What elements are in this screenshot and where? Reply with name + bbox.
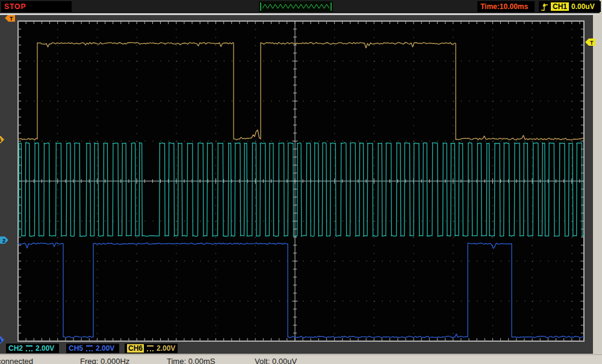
channel-ch5-button[interactable]: CH5 2.00V xyxy=(66,344,119,353)
trigger-level-marker[interactable]: T xyxy=(585,39,595,46)
ch6-selected-badge: CH6 xyxy=(127,344,144,353)
connection-status: connected xyxy=(0,357,33,364)
top-toolbar: STOP Time:10.00ms CH1 0.00uV xyxy=(0,0,600,13)
trigger-display[interactable]: CH1 0.00uV xyxy=(539,1,601,12)
dc-coupling-icon xyxy=(147,345,154,351)
freq-readout: Freq: 0.000Hz xyxy=(80,357,129,364)
status-bar: connected Freq: 0.000Hz Time: 0.00mS Vol… xyxy=(0,354,602,364)
svg-text:T: T xyxy=(10,16,13,22)
timebase-display[interactable]: Time:10.00ms xyxy=(477,1,535,12)
trigger-position-marker[interactable]: T xyxy=(5,15,15,22)
time-readout: Time: 0.00mS xyxy=(167,357,215,364)
channel-status-bar: CH2 2.00V CH5 2.00V CH6 2.00V xyxy=(0,344,593,354)
scope-display-area: TT625 xyxy=(0,15,593,354)
ch6-ground-marker[interactable]: 6 xyxy=(0,136,4,143)
oscilloscope-screen: TT625 xyxy=(0,15,602,354)
ch2-label: CH2 xyxy=(8,344,23,353)
trigger-level-value: 0.00uV xyxy=(571,2,595,11)
ch6-volts-per-div: 2.00V xyxy=(157,344,175,353)
trigger-source-badge[interactable]: CH1 xyxy=(551,2,569,11)
ch5-label: CH5 xyxy=(69,344,83,353)
ch5-volts-per-div: 2.00V xyxy=(96,344,114,353)
run-state-label: STOP xyxy=(4,2,26,11)
rising-edge-trigger-icon xyxy=(541,2,548,11)
acquisition-status-button[interactable]: STOP xyxy=(1,1,72,12)
ch2-volts-per-div: 2.00V xyxy=(36,344,54,353)
dc-coupling-icon xyxy=(86,345,93,351)
preview-waveform-icon xyxy=(259,1,333,12)
volt-readout: Volt: 0.00uV xyxy=(255,357,297,364)
svg-text:6: 6 xyxy=(0,137,1,143)
ch2-ground-marker[interactable]: 2 xyxy=(0,236,8,244)
trigger-position-preview[interactable] xyxy=(259,1,333,12)
svg-text:T: T xyxy=(590,40,594,46)
svg-text:2: 2 xyxy=(2,238,5,244)
dc-coupling-icon xyxy=(26,345,33,351)
channel-ch2-button[interactable]: CH2 2.00V xyxy=(6,344,59,353)
channel-ch6-button[interactable]: CH6 2.00V xyxy=(125,344,178,353)
svg-text:5: 5 xyxy=(0,338,1,344)
ch5-ground-marker[interactable]: 5 xyxy=(0,336,4,344)
timebase-value: Time:10.00ms xyxy=(480,2,528,11)
